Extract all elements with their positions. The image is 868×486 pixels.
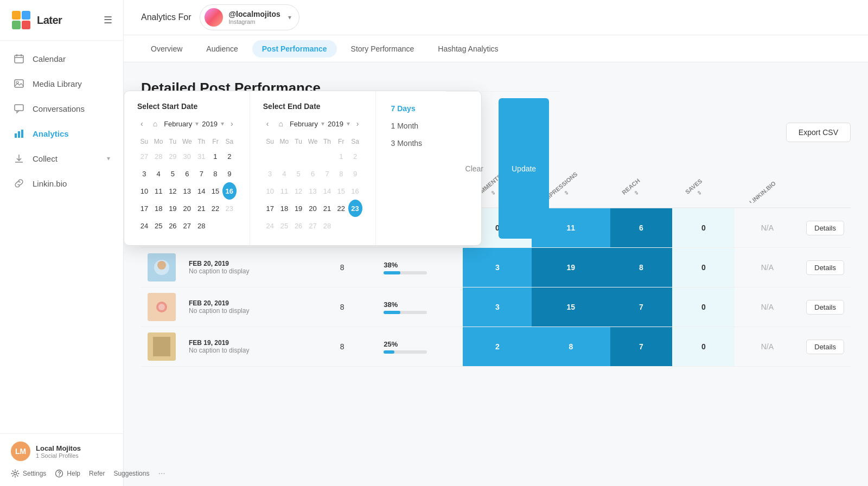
cal-day[interactable]: 2 <box>222 148 237 165</box>
cal-day[interactable]: 22 <box>208 200 222 217</box>
cal-day[interactable]: 21 <box>320 200 334 217</box>
cal-day[interactable]: 25 <box>151 217 166 234</box>
help-link[interactable]: ? Help <box>55 469 80 478</box>
details-button[interactable]: Details <box>806 300 844 315</box>
engagement-pct: 38% <box>384 261 398 269</box>
sidebar-item-conversations[interactable]: Conversations <box>0 96 123 121</box>
sidebar-item-calendar[interactable]: Calendar <box>0 46 123 71</box>
cal-day[interactable]: 26 <box>166 217 180 234</box>
cal-day[interactable]: 18 <box>151 200 166 217</box>
start-year-select[interactable]: 2019 <box>202 120 218 128</box>
cal-day[interactable]: 8 <box>208 165 222 182</box>
cal-day[interactable]: 19 <box>291 200 305 217</box>
cal-day-selected[interactable]: 23 <box>348 200 362 217</box>
col-header-saves: SAVES ⇕ <box>672 155 735 208</box>
post-info: FEB 20, 2019 No caption to display <box>182 248 307 287</box>
details-button[interactable]: Details <box>806 260 844 275</box>
cal-day: 25 <box>277 217 292 234</box>
post-reach: 7 <box>610 327 673 367</box>
cal-day[interactable]: 9 <box>222 165 237 182</box>
cal-day[interactable]: 21 <box>194 200 208 217</box>
tab-audience[interactable]: Audience <box>196 40 247 57</box>
cal-day[interactable]: 5 <box>166 165 180 182</box>
cal-day[interactable]: 7 <box>194 165 208 182</box>
cal-day[interactable]: 20 <box>180 200 194 217</box>
sidebar-item-analytics[interactable]: Analytics <box>0 121 123 146</box>
sidebar-item-media-library[interactable]: Media Library <box>0 71 123 96</box>
clear-button[interactable]: Clear <box>457 98 492 239</box>
cal-day[interactable]: 15 <box>208 182 222 200</box>
svg-rect-12 <box>15 133 17 138</box>
start-prev-button[interactable]: ‹ <box>137 118 146 129</box>
update-button[interactable]: Update <box>499 98 549 239</box>
cal-day[interactable]: 20 <box>305 200 320 217</box>
chat-icon <box>13 103 25 114</box>
cal-day[interactable]: 13 <box>180 182 194 200</box>
end-month-select[interactable]: February <box>290 120 318 128</box>
settings-link[interactable]: Settings <box>11 469 46 478</box>
quick-range-7days[interactable]: 7 Days <box>387 102 435 115</box>
svg-text:?: ? <box>58 471 61 477</box>
post-date: FEB 19, 2019 <box>189 339 301 347</box>
end-next-button[interactable]: › <box>353 118 362 129</box>
cal-day[interactable]: 12 <box>166 182 180 200</box>
start-month-select[interactable]: February <box>164 120 192 128</box>
calendar-overlay: Select Start Date ‹ ⌂ February ▾ 2019 ▾ … <box>124 91 482 246</box>
details-button[interactable]: Details <box>806 221 844 235</box>
sidebar-item-collect[interactable]: Collect ▾ <box>0 146 123 171</box>
photo-icon <box>13 78 25 89</box>
post-impressions: 19 <box>532 248 610 287</box>
cal-day: 16 <box>348 182 362 200</box>
cal-day-selected[interactable]: 16 <box>222 182 237 200</box>
sidebar-item-label-collect: Collect <box>33 154 99 163</box>
quick-range-3months[interactable]: 3 Months <box>387 137 435 150</box>
cal-day[interactable]: 17 <box>137 200 151 217</box>
sidebar-item-linkin-bio[interactable]: Linkin.bio <box>0 171 123 196</box>
end-home-button[interactable]: ⌂ <box>275 118 286 129</box>
day-header-mo: Mo <box>277 136 292 148</box>
end-month-chevron: ▾ <box>321 120 324 127</box>
start-home-button[interactable]: ⌂ <box>150 118 161 129</box>
cal-day[interactable]: 10 <box>137 182 151 200</box>
cal-day: 30 <box>180 148 194 165</box>
cal-day[interactable]: 14 <box>194 182 208 200</box>
cal-day[interactable]: 11 <box>151 182 166 200</box>
tab-overview[interactable]: Overview <box>141 40 192 57</box>
cal-day[interactable]: 19 <box>166 200 180 217</box>
cal-day[interactable]: 4 <box>151 165 166 182</box>
tab-story-performance[interactable]: Story Performance <box>341 40 424 57</box>
post-comments: 3 <box>463 248 532 287</box>
end-prev-button[interactable]: ‹ <box>263 118 272 129</box>
logo: L <box>11 10 31 30</box>
post-reach: 7 <box>610 287 673 327</box>
refer-link[interactable]: Refer <box>89 470 105 477</box>
quick-range-1month[interactable]: 1 Month <box>387 119 435 132</box>
cal-day[interactable]: 1 <box>208 148 222 165</box>
sidebar-header: L Later ☰ <box>0 0 123 41</box>
sidebar-item-label-conversations: Conversations <box>33 104 85 113</box>
account-selector[interactable]: @localmojitos Instagram ▾ <box>200 4 299 30</box>
post-impressions: 8 <box>532 327 610 367</box>
export-csv-button[interactable]: Export CSV <box>786 123 851 142</box>
post-details-cell: Details <box>800 248 851 287</box>
svg-rect-32 <box>153 337 170 356</box>
cal-day[interactable]: 22 <box>334 200 348 217</box>
cal-day[interactable]: 17 <box>263 200 277 217</box>
cal-day: 8 <box>334 165 348 182</box>
cal-day[interactable]: 18 <box>277 200 292 217</box>
col-header-reach: REACH ⇕ <box>610 155 673 208</box>
cal-day[interactable]: 3 <box>137 165 151 182</box>
end-year-select[interactable]: 2019 <box>328 120 343 128</box>
tab-hashtag-analytics[interactable]: Hashtag Analytics <box>428 40 508 57</box>
cal-day[interactable]: 24 <box>137 217 151 234</box>
svg-rect-3 <box>22 21 30 29</box>
details-button[interactable]: Details <box>806 340 844 354</box>
hamburger-button[interactable]: ☰ <box>104 14 112 26</box>
cal-day[interactable]: 28 <box>194 217 208 234</box>
tab-post-performance[interactable]: Post Performance <box>252 40 337 57</box>
start-next-button[interactable]: › <box>227 118 237 129</box>
post-date: FEB 20, 2019 <box>189 260 301 267</box>
cal-day[interactable]: 27 <box>180 217 194 234</box>
sidebar-footer: LM Local Mojitos 1 Social Profiles Setti… <box>0 433 123 486</box>
cal-day[interactable]: 6 <box>180 165 194 182</box>
